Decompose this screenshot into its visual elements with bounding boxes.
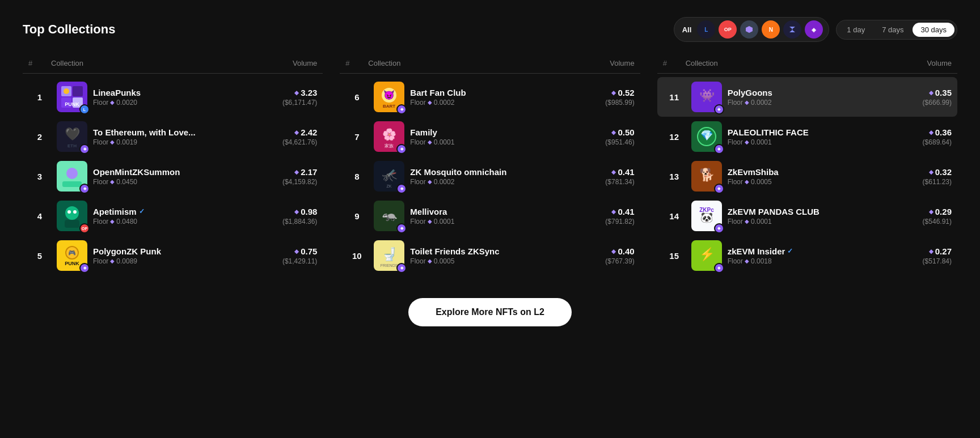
volume-info: ◆ 0.52 ($985.99) xyxy=(605,88,634,107)
nft-thumbnail: 🐕 ◈ xyxy=(691,161,722,192)
chain-badge: L xyxy=(79,104,90,114)
volume-usd: ($6,171.47) xyxy=(282,99,317,107)
collection-name: ZkEVM PANDAS CLUB xyxy=(728,207,917,216)
collection-info: PALEOLITHIC FACE Floor ◆ 0.0001 xyxy=(728,127,917,146)
collection-info: To Ethereum, with Love... Floor ◆ 0.0019 xyxy=(93,127,277,146)
floor-info: Floor ◆ 0.0001 xyxy=(410,218,599,226)
volume-eth: ◆ 0.35 xyxy=(923,88,952,97)
svg-point-12 xyxy=(66,168,78,179)
header-controls: All L OP N ◈ 1 day 7 days 30 days xyxy=(674,17,957,42)
eth-diamond: ◆ xyxy=(745,258,749,264)
volume-usd: ($611.23) xyxy=(923,178,952,186)
chain-badge: ◈ xyxy=(396,223,407,233)
volume-usd: ($4,159.82) xyxy=(282,178,317,186)
svg-text:ZK: ZK xyxy=(387,184,392,188)
floor-info: Floor ◆ 0.0002 xyxy=(410,178,599,186)
volume-eth: ◆ 0.36 xyxy=(923,127,952,137)
row-number: 12 xyxy=(663,132,686,142)
floor-label: Floor xyxy=(728,218,743,226)
eth-diamond: ◆ xyxy=(428,258,432,264)
volume-eth: ◆ 0.98 xyxy=(282,207,317,216)
explore-btn[interactable]: Explore More NFTs on L2 xyxy=(408,298,572,326)
floor-value: 0.0001 xyxy=(434,138,455,146)
floor-value: 0.0020 xyxy=(116,99,137,107)
collection-row[interactable]: 4 OP Apetimism✓ Floor ◆ 0.0480 ◆ xyxy=(23,196,323,236)
floor-label: Floor xyxy=(410,218,425,226)
volume-usd: ($4,621.76) xyxy=(282,138,317,146)
volume-eth: ◆ 2.42 xyxy=(282,127,317,137)
collection-row[interactable]: 10 🚽FRIENDS ◈ Toilet Friends ZKSync Floo… xyxy=(340,236,640,275)
time-filter-1day[interactable]: 1 day xyxy=(839,23,873,37)
chain-filter-linea[interactable]: L xyxy=(697,20,715,39)
collection-row[interactable]: 3 ◈ OpenMintZKSummon Floor ◆ 0.0450 ◆ xyxy=(23,156,323,196)
svg-text:😈: 😈 xyxy=(383,90,395,100)
svg-text:FRIENDS: FRIENDS xyxy=(381,263,398,267)
collection-panel-2: # Collection Volume 6 😈BART ◈ Bart Fan C… xyxy=(340,59,640,275)
collection-name: PolyGoons xyxy=(728,88,917,97)
row-number: 2 xyxy=(28,132,51,142)
chain-filter-zk[interactable] xyxy=(783,20,801,39)
floor-info: Floor ◆ 0.0020 xyxy=(93,99,277,107)
collection-row[interactable]: 11 👾 ◈ PolyGoons Floor ◆ 0.0002 ◆ xyxy=(657,77,957,117)
nft-thumbnail: ◈ xyxy=(57,161,87,192)
chain-filter-all[interactable]: All xyxy=(680,20,694,39)
svg-point-17 xyxy=(67,210,71,214)
panel2-rows: 6 😈BART ◈ Bart Fan Club Floor ◆ 0.0002 ◆ xyxy=(340,77,640,275)
collection-name: Family xyxy=(410,127,599,137)
volume-info: ◆ 0.36 ($689.64) xyxy=(923,127,952,146)
page-title: Top Collections xyxy=(23,22,115,37)
collection-row[interactable]: 5 🎮PUNK ◈ PolygonZK Punk Floor ◆ 0.0089 … xyxy=(23,236,323,275)
volume-usd: ($1,884.36) xyxy=(282,218,317,226)
svg-text:🖤: 🖤 xyxy=(65,126,81,142)
floor-value: 0.0480 xyxy=(116,218,137,226)
col-hash-3: # xyxy=(663,59,686,67)
volume-usd: ($781.34) xyxy=(605,178,634,186)
chain-filter-arbitrum[interactable] xyxy=(740,20,758,39)
time-filter-group: 1 day 7 days 30 days xyxy=(836,20,957,40)
chain-badge: ◈ xyxy=(396,263,407,273)
panel-header-2: # Collection Volume xyxy=(340,59,640,74)
nft-thumbnail: 🦡 ◈ xyxy=(374,201,404,231)
collection-row[interactable]: 2 🖤ETH ◈ To Ethereum, with Love... Floor… xyxy=(23,117,323,156)
volume-eth: ◆ 0.27 xyxy=(923,246,952,256)
volume-eth: ◆ 0.32 xyxy=(923,167,952,177)
volume-usd: ($546.91) xyxy=(923,218,952,226)
collection-name: OpenMintZKSummon xyxy=(93,167,277,177)
collection-info: PolygonZK Punk Floor ◆ 0.0089 xyxy=(93,246,277,265)
collection-name: To Ethereum, with Love... xyxy=(93,127,277,137)
svg-point-6 xyxy=(64,88,69,94)
collection-row[interactable]: 15 ⚡ ◈ zkEVM Insider✓ Floor ◆ 0.0018 ◆ xyxy=(657,236,957,275)
floor-label: Floor xyxy=(93,218,108,226)
collection-info: ZkEvmShiba Floor ◆ 0.0005 xyxy=(728,167,917,186)
volume-usd: ($1,429.11) xyxy=(282,257,317,265)
collection-info: Family Floor ◆ 0.0001 xyxy=(410,127,599,146)
nft-thumbnail: ⚡ ◈ xyxy=(691,240,722,271)
nft-thumbnail: 🚽FRIENDS ◈ xyxy=(374,240,404,271)
chain-badge: ◈ xyxy=(79,184,90,194)
row-number: 14 xyxy=(663,211,686,221)
time-filter-7days[interactable]: 7 days xyxy=(874,23,911,37)
collection-name: Bart Fan Club xyxy=(410,88,599,97)
eth-diamond: ◆ xyxy=(428,99,432,105)
volume-eth: ◆ 0.75 xyxy=(282,246,317,256)
collection-row[interactable]: 7 🌸家族 ◈ Family Floor ◆ 0.0001 ◆ xyxy=(340,117,640,156)
collection-row[interactable]: 14 ZKPc🐼 ◈ ZkEVM PANDAS CLUB Floor ◆ 0.0… xyxy=(657,196,957,236)
svg-text:🐕: 🐕 xyxy=(699,167,715,182)
chain-filter-purple[interactable]: ◈ xyxy=(805,20,823,39)
chain-filter-n[interactable]: N xyxy=(762,20,780,39)
col-hash-1: # xyxy=(28,59,51,67)
floor-value: 0.0005 xyxy=(434,257,455,265)
chain-filter-op[interactable]: OP xyxy=(719,20,737,39)
collection-info: Bart Fan Club Floor ◆ 0.0002 xyxy=(410,88,599,107)
volume-info: ◆ 3.23 ($6,171.47) xyxy=(282,88,317,107)
collection-row[interactable]: 8 🦟ZK ◈ ZK Mosquito omnichain Floor ◆ 0.… xyxy=(340,156,640,196)
svg-text:家族: 家族 xyxy=(385,143,394,148)
collection-name: ZkEvmShiba xyxy=(728,167,917,177)
collection-row[interactable]: 9 🦡 ◈ Mellivora Floor ◆ 0.0001 ◆ xyxy=(340,196,640,236)
collection-row[interactable]: 12 💎 ◈ PALEOLITHIC FACE Floor ◆ 0.0001 ◆ xyxy=(657,117,957,156)
collection-row[interactable]: 6 😈BART ◈ Bart Fan Club Floor ◆ 0.0002 ◆ xyxy=(340,77,640,117)
volume-info: ◆ 0.41 ($791.82) xyxy=(605,207,634,226)
collection-row[interactable]: 1 PUNK L LineaPunks Floor ◆ 0.0020 ◆ xyxy=(23,77,323,117)
collection-row[interactable]: 13 🐕 ◈ ZkEvmShiba Floor ◆ 0.0005 ◆ xyxy=(657,156,957,196)
time-filter-30days[interactable]: 30 days xyxy=(913,23,954,37)
